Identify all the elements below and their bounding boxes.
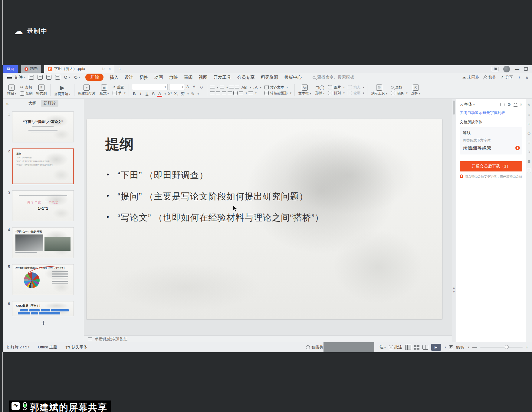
menu-templates[interactable]: 模板中心 [284,75,302,80]
thumbnail-row-4[interactable]: 4 “下田”之一：“独多”研究 [3,227,84,258]
align-left-icon[interactable] [210,91,215,95]
note-toggle[interactable]: 注▾ [379,344,386,350]
copy-button[interactable]: 复制 [20,91,33,96]
new-tab-button[interactable]: + [119,66,121,72]
underline-button[interactable]: U [145,91,149,96]
print-preview-icon[interactable] [55,75,60,80]
bell-icon[interactable] [514,103,517,106]
format-painter-button[interactable]: ⌸ 格式刷 [34,83,49,98]
font-color-button[interactable]: A [157,91,162,97]
hamburger-icon[interactable] [7,76,12,79]
command-search[interactable]: 查找命令、搜索模板 [313,75,354,80]
scrollbar-arrows[interactable]: ∧∨ [452,286,456,294]
menu-docer-res[interactable]: 稻壳资源 [261,75,278,80]
smart-beautify-button[interactable]: 智能美 [306,344,323,350]
tab-close-icon[interactable]: × [109,67,111,71]
justify-icon[interactable] [228,91,232,95]
right-rail-icon[interactable]: ◇ [527,131,530,135]
text-direction-icon[interactable]: ↕A [253,85,258,90]
layout-button[interactable]: ▤ 版式▾ [97,83,111,98]
slide-6-thumbnail[interactable]: CNKI数据（不全！） [12,301,74,316]
superscript-button[interactable]: X² [167,91,172,96]
font-name-combo[interactable]: ▾ [132,84,168,90]
cut-button[interactable]: ✂剪切 [20,85,33,90]
zoom-in-button[interactable]: + [526,344,528,350]
line-spacing-icon[interactable] [239,91,243,95]
right-rail-icon[interactable]: □ [528,141,530,145]
zoom-percent[interactable]: 99% [456,345,464,350]
current-slide[interactable]: 提纲 “下田” （即田野调查） “提问” （主要是写论文阶段如何提出研究问题） … [87,119,442,319]
fill-button[interactable]: 填充▾ [348,85,364,90]
shape-button[interactable]: ◻◯ 形状▾ [313,83,327,98]
thumbnail-row-5[interactable]: 5 CNKI检索【报告“独龙江”，学术期刊（164），学科分布】 [3,264,84,295]
thumbnail-row-2[interactable]: 2 提纲 “下田” （即田野调查） “提问” （主要是写论文阶段如何提出研究问题… [3,148,84,184]
zoom-slider[interactable] [480,347,523,347]
menu-transition[interactable]: 切换 [139,75,148,80]
zoom-out-button[interactable]: — [472,344,477,350]
replace-button[interactable]: 替换▾ [391,91,408,95]
export-icon[interactable] [38,75,43,80]
share-button[interactable]: ↗分享 [501,75,513,80]
slide-5-thumbnail[interactable]: CNKI检索【报告“独龙江”，学术期刊（164），学科分布】 [12,264,74,295]
slide-bullet-2[interactable]: “提问” （主要是写论文阶段如何提出研究问题） [107,191,424,203]
align-right-icon[interactable] [222,91,226,95]
thumbnail-row-6[interactable]: 6 CNKI数据（不全！） [3,301,84,316]
comment-icon[interactable] [500,103,504,106]
menu-file[interactable]: 文件 [14,75,23,80]
font-size-combo[interactable]: ▾ [169,84,185,90]
paste-button[interactable]: ≡ 粘贴▾ [5,83,18,98]
collab-button[interactable]: 协作 [483,75,496,80]
bold-button[interactable]: B [132,91,137,96]
comment-button[interactable]: + 批注 [389,344,402,350]
menu-home-active[interactable]: 开始 [85,74,103,81]
strike-button[interactable]: S [151,91,156,96]
align-text-button[interactable]: 对齐文本▾ [264,85,291,90]
tab-document[interactable]: P 下田（浙大）.pptx ⚐ × [44,65,114,73]
slide-1-thumbnail[interactable]: “下田”／“提问”／“写论文” [12,111,74,142]
theme-name[interactable]: Office 主题 [38,344,57,350]
paragraph-spacing-icon[interactable] [248,91,253,95]
thumbnail-row-1[interactable]: 1 “下田”／“提问”／“写论文” [3,111,84,142]
bullet-list-icon[interactable] [210,86,215,89]
layout-badge-icon[interactable]: 1 [492,67,498,71]
new-slide-button[interactable]: + 新建幻灯片 [76,83,98,98]
outline-button[interactable]: 轮廓▾ [348,91,364,95]
slideshow-play-button[interactable]: ▶ [431,344,441,351]
fit-to-window-icon[interactable] [449,345,453,349]
slide-bullet-3[interactable]: “写论文” （也即如何在经验材料与理论之间“搭桥”） [107,212,424,224]
right-rail-icon[interactable]: ☆ [527,112,531,117]
italic-button[interactable]: I [138,91,143,96]
slide-2-thumbnail-selected[interactable]: 提纲 “下田” （即田野调查） “提问” （主要是写论文阶段如何提出研究问题） … [12,148,74,184]
disable-autoshow-link[interactable]: 关闭自动显示缺失字体列表 [460,110,522,115]
collapse-ribbon-icon[interactable]: ∧ [525,75,528,80]
gear-icon[interactable]: ⚙ [507,102,511,107]
align-center-icon[interactable] [216,91,220,95]
menu-animation[interactable]: 动画 [154,75,163,80]
increase-font-icon[interactable]: A⁺ [186,85,191,89]
right-rail-icon[interactable]: ✎ [527,103,530,107]
reading-view-button[interactable] [422,345,428,350]
present-tools-button[interactable]: ⎚ 演示工具▾ [369,83,389,98]
thumbnail-row-3[interactable]: 3 两个个案，一个概念 1+1=1 [3,190,84,221]
picture-button[interactable]: 图片▾ [328,85,345,90]
slide-canvas[interactable]: 提纲 “下田” （即田野调查） “提问” （主要是写论文阶段如何提出研究问题） … [84,99,452,335]
sync-status[interactable]: ☁未同步 [462,75,479,80]
smart-graphic-button[interactable]: 转智能图形▾ [264,91,291,95]
menu-view[interactable]: 视图 [199,75,207,80]
text-effect-icon[interactable]: 变 [180,91,185,97]
missing-font-card[interactable]: 等线 将替换成下方字体 漢儀細等線繁 [460,127,522,154]
menu-slideshow[interactable]: 放映 [169,75,178,80]
more-menu-icon[interactable]: ⋮ [517,75,521,80]
select-button[interactable]: ⇱ 选择▾ [409,83,422,98]
slide-bullet-1[interactable]: “下田” （即田野调查） [107,169,424,181]
collapse-panel-icon[interactable]: « [6,101,8,106]
right-rail-icon[interactable]: ⚐ [527,150,531,154]
distribute-icon[interactable] [233,91,238,95]
tab-home[interactable]: 首页 [3,65,18,73]
text-box-button[interactable]: A≡ 文本框▾ [296,83,313,98]
slide-body[interactable]: “下田” （即田野调查） “提问” （主要是写论文阶段如何提出研究问题） “写论… [107,169,424,233]
tab-outline[interactable]: 大纲 [28,101,37,106]
slide-sorter-view-button[interactable] [414,345,419,350]
scrollbar-thumb[interactable] [453,101,455,115]
add-slide-button[interactable]: + [3,318,84,327]
